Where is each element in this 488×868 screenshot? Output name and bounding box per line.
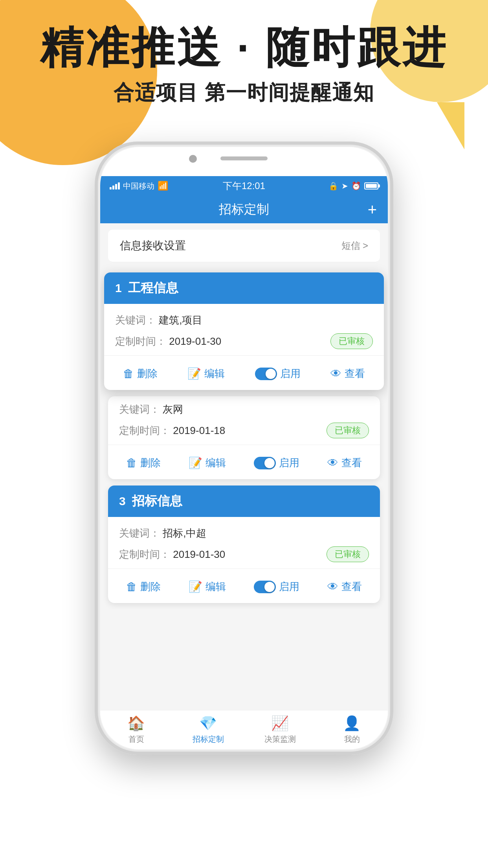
signal-bar-1 [110, 187, 112, 189]
home-icon: 🏠 [127, 715, 145, 732]
card-1-enable-label: 启用 [280, 367, 301, 381]
card-1-time: 定制时间： 2019-01-30 已审核 [115, 333, 373, 349]
location-icon: ➤ [341, 181, 348, 191]
card-1-body: 关键词： 建筑,项目 定制时间： 2019-01-30 已审核 [104, 304, 384, 349]
card-1-view-action[interactable]: 👁 查看 [330, 367, 365, 381]
signal-bar-2 [112, 186, 114, 189]
status-bar: 中国移动 📶 下午12:01 🔒 ➤ ⏰ [100, 176, 388, 196]
signal-bars [110, 182, 120, 189]
card-3-edit-label: 编辑 [205, 580, 226, 594]
card-3-time-value: 2019-01-30 [173, 548, 225, 560]
toggle-thumb-3 [264, 582, 275, 592]
info-receive-chevron: > [363, 240, 368, 251]
nav-home[interactable]: 🏠 首页 [100, 715, 172, 745]
card-2-time: 定制时间： 2019-01-18 已审核 [119, 423, 369, 438]
bg-triangle [437, 102, 464, 149]
hero-subtitle-bold: 合适项目 [114, 81, 198, 104]
wifi-icon: 📶 [158, 181, 168, 191]
card-1-view-label: 查看 [345, 367, 365, 381]
hero-subtitle-suffix: 第一时间提醒通知 [205, 81, 374, 104]
cards-area: 1 工程信息 关键词： 建筑,项目 [100, 262, 388, 609]
nav-monitor-label: 决策监测 [264, 734, 296, 745]
hero-section: 精准推送 · 随时跟进 合适项目 第一时间提醒通知 [0, 24, 488, 107]
hero-subtitle: 合适项目 第一时间提醒通知 [0, 79, 488, 107]
card-3-view-action[interactable]: 👁 查看 [327, 580, 362, 594]
card-1-time-label: 定制时间： [115, 335, 166, 347]
eye-icon: 👁 [330, 367, 341, 380]
card-3-time: 定制时间： 2019-01-30 已审核 [119, 546, 369, 562]
edit-icon-2: 📝 [189, 456, 202, 469]
card-2-keyword-label: 关键词： [119, 403, 160, 415]
card-2-body: 关键词： 灰网 定制时间： 2019-01-18 已审核 [108, 396, 380, 438]
status-time: 下午12:01 [199, 180, 289, 192]
card-2-view-label: 查看 [341, 456, 362, 470]
profile-icon: 👤 [343, 715, 361, 732]
card-1-status-badge: 已审核 [330, 333, 373, 349]
nav-bidding-label: 招标定制 [193, 734, 224, 745]
card-2-time-label: 定制时间： [119, 425, 170, 436]
card-1-num: 1 [115, 281, 122, 295]
phone-screen: 中国移动 📶 下午12:01 🔒 ➤ ⏰ 招标定制 [100, 176, 388, 749]
nav-profile[interactable]: 👤 我的 [316, 715, 388, 745]
card-3-actions: 🗑 删除 📝 编辑 启用 [108, 572, 380, 603]
card-2-delete-action[interactable]: 🗑 删除 [126, 456, 161, 470]
card-3-delete-label: 删除 [140, 580, 161, 594]
card-1-header: 1 工程信息 [104, 272, 384, 304]
card-2: 关键词： 灰网 定制时间： 2019-01-18 已审核 [108, 396, 380, 479]
toggle-track-2 [254, 457, 276, 469]
card-3-header: 3 招标信息 [108, 485, 380, 517]
battery-icon [364, 182, 378, 189]
card-3-status-badge: 已审核 [327, 546, 369, 562]
card-2-view-action[interactable]: 👁 查看 [327, 456, 362, 470]
card-1-keyword: 关键词： 建筑,项目 [115, 313, 373, 327]
add-button[interactable]: + [368, 201, 377, 219]
card-1-enable-action[interactable]: 启用 [255, 367, 301, 381]
eye-icon-3: 👁 [327, 580, 338, 593]
card-2-edit-action[interactable]: 📝 编辑 [189, 456, 226, 470]
hero-title: 精准推送 · 随时跟进 [0, 24, 488, 71]
carrier-label: 中国移动 [123, 181, 154, 191]
card-3-keyword-value: 招标,中超 [163, 527, 206, 539]
card-1-divider [104, 355, 384, 356]
toggle-thumb [266, 369, 276, 379]
signal-bar-4 [118, 182, 120, 189]
card-3-keyword-label: 关键词： [119, 527, 160, 539]
card-1-keyword-value: 建筑,项目 [159, 314, 202, 326]
nav-bidding[interactable]: 💎 招标定制 [172, 715, 244, 745]
info-receive-right: 短信 > [341, 239, 368, 252]
bottom-nav: 🏠 首页 💎 招标定制 📈 决策监测 👤 我的 [100, 710, 388, 749]
phone-camera [189, 155, 197, 163]
card-1: 1 工程信息 关键词： 建筑,项目 [104, 272, 384, 390]
card-1-actions: 🗑 删除 📝 编辑 启用 [104, 359, 384, 390]
info-receive-label: 信息接收设置 [120, 238, 186, 253]
phone-inner: 中国移动 📶 下午12:01 🔒 ➤ ⏰ 招标定制 [100, 147, 388, 749]
card-1-time-value: 2019-01-30 [169, 335, 221, 347]
card-3-delete-action[interactable]: 🗑 删除 [126, 580, 161, 594]
card-3-view-label: 查看 [341, 580, 362, 594]
status-right: 🔒 ➤ ⏰ [289, 181, 378, 191]
toggle-thumb-2 [264, 458, 275, 468]
lock-icon: 🔒 [328, 181, 338, 191]
card-2-divider [108, 445, 380, 445]
trash-icon-2: 🗑 [126, 456, 137, 469]
info-receive-row[interactable]: 信息接收设置 短信 > [108, 230, 380, 262]
chart-icon: 📈 [271, 715, 289, 732]
card-1-delete-action[interactable]: 🗑 删除 [123, 367, 158, 381]
card-1-edit-action[interactable]: 📝 编辑 [187, 367, 225, 381]
battery-fill [366, 184, 377, 188]
app-header: 招标定制 + [100, 196, 388, 223]
card-1-delete-label: 删除 [137, 367, 158, 381]
trash-icon-3: 🗑 [126, 580, 137, 593]
card-3-title: 招标信息 [132, 493, 182, 510]
phone-speaker [220, 156, 268, 160]
card-3-enable-action[interactable]: 启用 [254, 580, 299, 594]
card-3-edit-action[interactable]: 📝 编辑 [189, 580, 226, 594]
edit-icon-3: 📝 [189, 580, 202, 593]
card-2-enable-action[interactable]: 启用 [254, 456, 299, 470]
card-1-edit-label: 编辑 [204, 367, 225, 381]
card-3-body: 关键词： 招标,中超 定制时间： 2019-01-30 已审核 [108, 517, 380, 562]
status-left: 中国移动 📶 [110, 181, 199, 191]
nav-monitor[interactable]: 📈 决策监测 [244, 715, 316, 745]
toggle-track-3 [254, 581, 276, 593]
card-2-status-badge: 已审核 [327, 423, 369, 438]
